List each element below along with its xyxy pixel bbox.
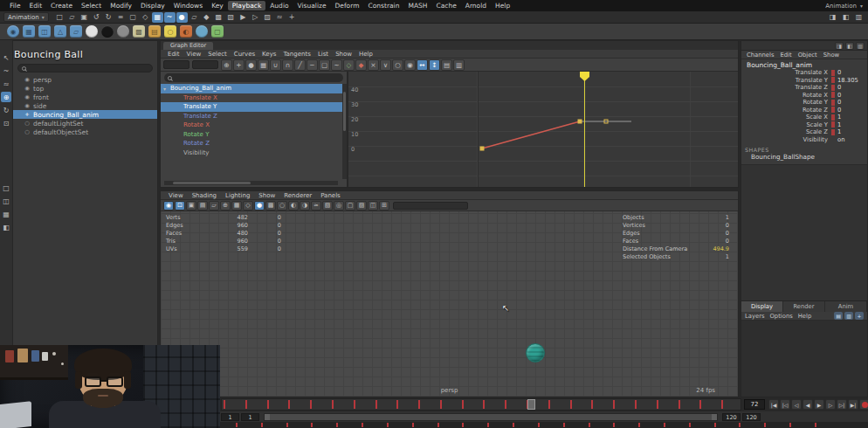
graph-editor-search-input[interactable] (164, 73, 343, 82)
camera-attributes-icon[interactable]: ▣ (186, 201, 196, 211)
snap-curve-icon[interactable]: ~ (164, 12, 176, 23)
viewport-menu-item[interactable]: Show (254, 192, 279, 199)
channel-value-field[interactable]: 0 (836, 69, 867, 76)
attribute-editor-toggle-icon[interactable]: ◨ (827, 12, 838, 23)
select-component-icon[interactable]: ◇ (140, 12, 151, 23)
graph-editor-menu-item[interactable]: List (314, 51, 332, 58)
shaded-icon[interactable]: ● (254, 201, 265, 211)
unify-tangents-icon[interactable]: ∨ (380, 59, 391, 71)
layer-editor-tab[interactable]: Anim (825, 301, 867, 312)
select-camera-icon[interactable]: ◉ (163, 201, 174, 211)
spline-tangents-icon[interactable]: ∪ (270, 59, 281, 71)
single-pane-layout-icon[interactable]: □ (1, 183, 11, 193)
break-tangents-icon[interactable]: × (368, 59, 379, 71)
layer-list[interactable] (741, 321, 867, 397)
value-snap-icon[interactable]: ↕ (429, 59, 440, 71)
channel-value-field[interactable]: 0 (836, 107, 867, 114)
lock-camera-icon[interactable]: ⊡ (175, 201, 185, 211)
show-manipulator-icon[interactable]: + (286, 12, 298, 23)
history-icon[interactable]: ▩ (213, 12, 224, 23)
plateau-tangents-icon[interactable]: ~ (331, 59, 342, 71)
poly-sphere-icon[interactable]: ◉ (7, 25, 19, 38)
free-tangent-weight-icon[interactable]: ○ (392, 59, 403, 71)
2d-pan-zoom-icon[interactable]: ⊕ (220, 201, 231, 211)
open-scene-icon[interactable]: ▱ (66, 12, 78, 23)
xray-icon[interactable]: ▨ (356, 201, 367, 211)
keyframe-ticks[interactable] (234, 422, 837, 428)
outliner-item[interactable]: ◉ side (13, 101, 157, 110)
menu-item[interactable]: File (5, 1, 25, 10)
layer-editor-menu-item[interactable]: Options (770, 313, 793, 320)
menu-item[interactable]: Playback (228, 1, 265, 10)
channel-box-toggle-icon[interactable]: ▥ (853, 12, 865, 23)
outliner-item[interactable]: ○ defaultObjectSet (13, 128, 157, 136)
checker-texture-icon[interactable]: ▩ (133, 25, 145, 38)
graph-editor-menu-item[interactable]: Edit (164, 51, 183, 58)
channel-tree-row[interactable]: Translate X (161, 93, 347, 103)
selected-object-name[interactable]: Bouncing_Ball_anim (741, 59, 867, 69)
menu-item[interactable]: Select (77, 1, 106, 10)
channel-tree-row[interactable]: Rotate X (161, 121, 347, 130)
channel-value-field[interactable]: 1 (836, 121, 867, 128)
image-plane-icon[interactable]: ▱ (209, 201, 219, 211)
stats-time-field[interactable] (163, 60, 189, 69)
go-to-end-button[interactable]: ▶| (848, 399, 858, 410)
menu-item[interactable]: Windows (169, 1, 207, 10)
buffer-curve-snapshot-icon[interactable]: ◇ (343, 59, 355, 71)
tree-vertical-scrollbar[interactable] (342, 84, 347, 179)
channel-tree-row[interactable]: ▾ Bouncing_Ball_anim (161, 84, 347, 93)
channel-row[interactable]: Rotate Y 0 (741, 99, 867, 107)
menu-item[interactable]: Edit (25, 1, 47, 10)
channel-tree-row[interactable]: Rotate Y (161, 130, 347, 140)
new-layer-from-selected-icon[interactable]: + (855, 312, 864, 320)
shape-node-name[interactable]: Bouncing_BallShape (741, 153, 867, 162)
layer-editor-tab[interactable]: Render (783, 301, 825, 312)
menu-item[interactable]: Modify (106, 1, 136, 10)
menu-item[interactable]: Cache (431, 1, 460, 10)
graph-editor-menu-item[interactable]: Show (332, 51, 355, 58)
select-object-icon[interactable]: ▢ (127, 12, 139, 23)
curve-view[interactable]: 403020100 (348, 72, 738, 187)
step-tangents-icon[interactable]: ▢ (319, 59, 330, 71)
move-tool-icon[interactable]: ⊕ (1, 92, 11, 102)
bouncing-ball-object[interactable] (526, 343, 545, 362)
poly-cylinder-icon[interactable]: ◫ (38, 25, 51, 38)
viewport-canvas[interactable]: Verts 482 0 Edges 960 0 Faces 480 0 (161, 211, 738, 397)
lock-tangent-weight-icon[interactable]: ◉ (404, 59, 416, 71)
ambient-occlusion-icon[interactable]: ◑ (300, 201, 310, 211)
viewport-menu-item[interactable]: Renderer (279, 192, 316, 199)
black-material-icon[interactable] (101, 25, 114, 38)
graph-editor-menu-item[interactable]: View (183, 51, 205, 58)
channel-box-menu-item[interactable]: Channels (747, 52, 774, 59)
channel-value-field[interactable]: 1 (836, 128, 867, 135)
shadows-icon[interactable]: ◐ (288, 201, 299, 211)
layer-editor-menu-item[interactable]: Help (798, 313, 812, 320)
menu-set-dropdown[interactable]: Animation ▾ (3, 12, 49, 22)
channel-value-field[interactable]: 0 (836, 84, 867, 91)
undo-icon[interactable]: ↺ (91, 12, 102, 23)
viewport-menu-item[interactable]: Shading (188, 192, 221, 199)
channel-row[interactable]: Scale Z 1 (741, 128, 867, 136)
render-current-frame-icon[interactable]: ▶ (238, 12, 249, 23)
joint-xray-icon[interactable]: ◫ (368, 201, 378, 211)
motion-blur-icon[interactable]: ≈ (311, 201, 321, 211)
channel-tree-row[interactable]: Translate Z (161, 112, 347, 121)
layer-editor-menu-item[interactable]: Layers (745, 313, 765, 320)
poly-plane-icon[interactable]: ▱ (70, 25, 82, 38)
channel-row[interactable]: Translate Y 18.305 (741, 77, 867, 85)
channel-row[interactable]: Scale X 1 (741, 114, 867, 121)
depth-of-field-icon[interactable]: ◎ (334, 201, 344, 211)
timeline-playhead[interactable] (527, 399, 535, 410)
redo-icon[interactable]: ↻ (103, 12, 114, 23)
area-light-icon[interactable]: ▢ (211, 25, 224, 38)
lasso-tool-icon[interactable]: ~ (1, 66, 11, 76)
menu-item[interactable]: Display (136, 1, 169, 10)
pin-channel-icon[interactable]: ▥ (453, 59, 465, 71)
render-settings-icon[interactable]: ▨ (262, 12, 273, 23)
poly-cube-icon[interactable]: ▦ (23, 25, 35, 38)
add-keys-icon[interactable]: ● (245, 59, 257, 71)
new-scene-icon[interactable]: □ (54, 12, 65, 23)
animation-curve[interactable] (348, 72, 738, 187)
channel-value-field[interactable]: 18.305 (836, 77, 867, 84)
outliner-item[interactable]: ◉ top (13, 84, 157, 93)
